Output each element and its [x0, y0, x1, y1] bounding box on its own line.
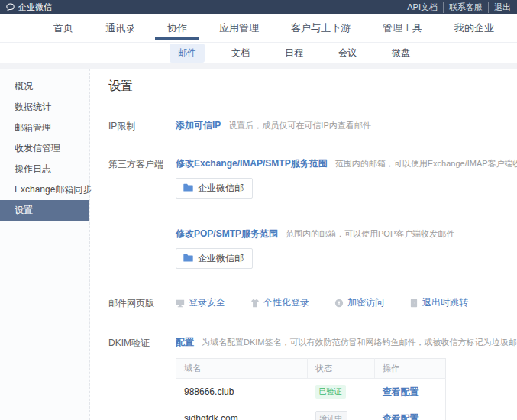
sidebar-item-mailbox-management[interactable]: 邮箱管理: [0, 118, 89, 138]
exchange-scope-desc: 范围内的邮箱，可以使用Exchange/IMAP客户端收发邮件: [335, 158, 517, 170]
nav-tab-apps[interactable]: 应用管理: [219, 14, 259, 42]
page-title: 设置: [108, 79, 505, 95]
logout-redirect-label: 退出时跳转: [422, 296, 468, 309]
sidebar-item-send-receive[interactable]: 收发信管理: [0, 138, 89, 159]
login-security-label: 登录安全: [189, 296, 225, 309]
subtab-drive[interactable]: 微盘: [383, 44, 418, 63]
table-row: sjdhgfdk.com 验证中 查看配置: [176, 405, 446, 420]
subtab-mail[interactable]: 邮件: [170, 44, 205, 63]
exchange-tag-label: 企业微信邮: [198, 182, 244, 195]
sidebar-item-overview[interactable]: 概况: [0, 76, 89, 97]
logout-link[interactable]: 退出: [488, 2, 511, 13]
ip-restriction-label: IP限制: [108, 119, 176, 133]
collab-subtabs: 邮件 文档 日程 会议 微盘: [0, 43, 517, 63]
mail-settings-sidebar: 概况 数据统计 邮箱管理 收发信管理 操作日志 Exchange邮箱同步 设置: [0, 69, 90, 420]
modify-exchange-scope-link[interactable]: 修改Exchange/IMAP/SMTP服务范围: [176, 157, 328, 170]
section-webmail: 邮件网页版 登录安全 个性化登录: [108, 296, 505, 310]
section-dkim: DKIM验证 配置 为域名配置DKIM签名，可以有效防范仿冒和网络钓鱼邮件，或被…: [108, 336, 505, 420]
domain-column-header: 域名: [176, 359, 308, 379]
title-divider: [108, 105, 505, 105]
view-config-link[interactable]: 查看配置: [383, 386, 419, 397]
nav-tab-contacts[interactable]: 通讯录: [105, 14, 135, 42]
status-badge: 验证中: [315, 411, 347, 420]
webmail-label: 邮件网页版: [108, 296, 176, 310]
modify-pop-scope-link[interactable]: 修改POP/SMTP服务范围: [176, 228, 278, 241]
contact-support-link[interactable]: 联系客服: [443, 2, 488, 13]
custom-login-link[interactable]: 个性化登录: [250, 296, 309, 309]
topbar: 企业微信 API文档 联系客服 退出: [0, 0, 517, 14]
content-area: 概况 数据统计 邮箱管理 收发信管理 操作日志 Exchange邮箱同步 设置 …: [0, 69, 517, 420]
ip-restriction-desc: 设置后，成员仅可在可信IP内查看邮件: [228, 120, 370, 131]
status-badge: 已验证: [315, 385, 346, 399]
dkim-domain-table: 域名 状态 操作 988666.club 已验证 查看配置 sjdhgfdk.c…: [176, 358, 446, 420]
nav-tab-my-company[interactable]: 我的企业: [454, 14, 494, 42]
status-column-header: 状态: [308, 359, 375, 379]
pop-scope-desc: 范围内的邮箱，可以使用POP客户端收发邮件: [286, 228, 454, 240]
login-security-link[interactable]: 登录安全: [176, 296, 225, 309]
sidebar-item-settings[interactable]: 设置: [0, 200, 89, 221]
settings-panel: 设置 IP限制 添加可信IP 设置后，成员仅可在可信IP内查看邮件 第三方客户端…: [90, 69, 517, 420]
pop-scope-block: 修改POP/SMTP服务范围 范围内的邮箱，可以使用POP客户端收发邮件 企业微…: [176, 228, 505, 269]
section-third-party-client: 第三方客户端 修改Exchange/IMAP/SMTP服务范围 范围内的邮箱，可…: [108, 157, 505, 269]
subtab-meeting[interactable]: 会议: [330, 44, 365, 63]
pop-tag-label: 企业微信邮: [198, 252, 244, 265]
dkim-desc: 为域名配置DKIM签名，可以有效防范仿冒和网络钓鱼邮件，或被收信方标记为垃圾邮件: [202, 337, 517, 348]
encrypted-access-label: 加密访问: [347, 296, 384, 309]
encrypted-access-link[interactable]: 加密访问: [334, 296, 384, 309]
dkim-label: DKIM验证: [108, 336, 176, 350]
sidebar-item-operation-log[interactable]: 操作日志: [0, 159, 89, 179]
exchange-scope-tag[interactable]: 企业微信邮: [176, 178, 253, 199]
brand-name: 企业微信: [18, 2, 52, 13]
domain-cell: sjdhgfdk.com: [176, 405, 308, 420]
nav-tab-customers[interactable]: 客户与上下游: [291, 14, 351, 42]
main-nav: 首页 通讯录 协作 应用管理 客户与上下游 管理工具 我的企业: [0, 14, 517, 43]
dkim-configure-link[interactable]: 配置: [176, 336, 194, 349]
wecom-logo: 企业微信: [5, 2, 52, 13]
table-header-row: 域名 状态 操作: [176, 359, 446, 379]
action-column-header: 操作: [375, 359, 446, 379]
chat-bubble-icon: [5, 2, 15, 12]
domain-cell: 988666.club: [176, 379, 308, 405]
lock-icon: [334, 299, 344, 308]
nav-tab-admin-tools[interactable]: 管理工具: [383, 14, 422, 42]
exit-icon: [409, 299, 418, 308]
subtab-docs[interactable]: 文档: [223, 44, 258, 63]
exchange-scope-block: 修改Exchange/IMAP/SMTP服务范围 范围内的邮箱，可以使用Exch…: [176, 157, 505, 199]
pop-scope-tag[interactable]: 企业微信邮: [176, 248, 253, 269]
topbar-links: API文档 联系客服 退出: [402, 2, 511, 13]
nav-tab-collaboration[interactable]: 协作: [167, 14, 187, 42]
monitor-icon: [176, 299, 185, 308]
folder-icon: [183, 254, 193, 264]
nav-tab-home[interactable]: 首页: [53, 14, 73, 42]
subtab-calendar[interactable]: 日程: [276, 44, 312, 63]
custom-login-label: 个性化登录: [263, 296, 309, 309]
section-ip-restriction: IP限制 添加可信IP 设置后，成员仅可在可信IP内查看邮件: [108, 119, 505, 133]
shirt-icon: [250, 299, 260, 308]
third-party-label: 第三方客户端: [108, 157, 176, 171]
logout-redirect-link[interactable]: 退出时跳转: [409, 296, 468, 309]
sidebar-item-exchange-sync[interactable]: Exchange邮箱同步: [0, 179, 89, 200]
add-trusted-ip-link[interactable]: 添加可信IP: [176, 119, 221, 132]
view-config-link[interactable]: 查看配置: [383, 413, 419, 420]
folder-icon: [183, 183, 193, 194]
sidebar-item-statistics[interactable]: 数据统计: [0, 97, 89, 118]
table-row: 988666.club 已验证 查看配置: [176, 379, 446, 405]
api-docs-link[interactable]: API文档: [402, 2, 443, 13]
